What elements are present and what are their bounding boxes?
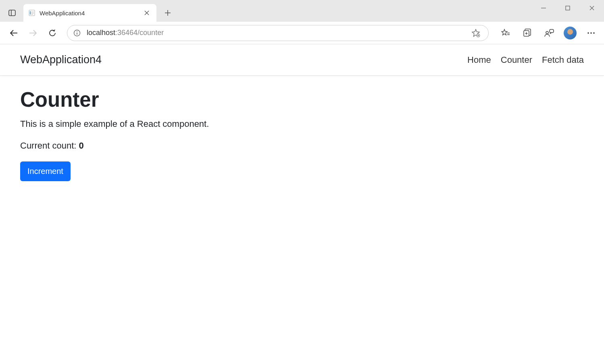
nav-link-home[interactable]: Home [467,55,491,65]
svg-rect-31 [550,29,554,33]
profile-avatar[interactable] [564,27,577,39]
favorites-button[interactable] [498,26,513,40]
page-favicon [28,9,35,17]
tab-close-button[interactable] [142,8,152,18]
svg-point-30 [546,31,548,34]
count-label: Current count: [20,141,79,151]
page-content: Counter This is a simple example of a Re… [0,76,604,193]
svg-rect-5 [31,13,34,13]
collections-icon [523,29,532,37]
plus-icon [165,10,171,16]
url-host: localhost [87,29,115,37]
refresh-icon [48,29,57,37]
tab-actions-button[interactable] [5,6,19,20]
info-icon [73,29,81,37]
nav-link-counter[interactable]: Counter [501,55,532,65]
refresh-button[interactable] [44,25,60,41]
page-heading: Counter [20,88,584,112]
address-bar[interactable]: localhost:36464/counter [67,25,489,41]
svg-marker-24 [502,29,507,35]
arrow-left-icon [9,29,18,37]
close-icon [589,5,595,11]
window-close-button[interactable] [580,0,604,16]
browser-chrome: WebApplication4 [0,0,604,44]
count-display: Current count: 0 [20,141,584,151]
svg-point-33 [590,32,592,34]
maximize-icon [565,5,571,11]
forward-button[interactable] [25,25,41,41]
svg-rect-0 [9,10,15,16]
brand-title[interactable]: WebApplication4 [20,54,102,66]
settings-menu-button[interactable] [584,26,598,40]
browser-essentials-button[interactable] [542,26,556,40]
star-plus-icon [471,29,480,37]
svg-point-34 [593,32,595,34]
url-path: :36464/counter [115,29,164,37]
count-value: 0 [79,141,84,151]
window-minimize-button[interactable] [531,0,556,16]
address-bar-row: localhost:36464/counter [0,22,604,44]
nav-link-fetch-data[interactable]: Fetch data [542,55,584,65]
toolbar-right [498,26,598,40]
tab-title: WebApplication4 [40,10,142,17]
back-button[interactable] [6,25,22,41]
collections-button[interactable] [520,26,535,40]
increment-button[interactable]: Increment [20,161,71,181]
svg-rect-12 [566,6,570,10]
svg-point-32 [587,32,589,34]
app-navbar: WebApplication4 Home Counter Fetch data [0,44,604,76]
favorite-add-button[interactable] [469,26,483,40]
svg-rect-4 [31,12,34,12]
tab-actions-icon [8,9,16,17]
browser-tab[interactable]: WebApplication4 [23,4,156,22]
url-text: localhost:36464/counter [87,29,469,37]
person-chat-icon [544,29,554,37]
tab-bar: WebApplication4 [0,0,604,22]
new-tab-button[interactable] [160,6,175,20]
more-horizontal-icon [587,29,595,37]
minimize-icon [541,5,546,11]
star-list-icon [501,29,510,37]
svg-rect-6 [31,14,33,14]
window-controls [531,0,604,16]
svg-rect-3 [30,11,31,14]
arrow-right-icon [29,29,37,37]
site-info-button[interactable] [73,29,81,37]
nav-links: Home Counter Fetch data [467,55,584,65]
svg-point-18 [77,31,77,32]
close-icon [144,10,149,15]
page-description: This is a simple example of a React comp… [20,119,584,129]
window-maximize-button[interactable] [556,0,580,16]
